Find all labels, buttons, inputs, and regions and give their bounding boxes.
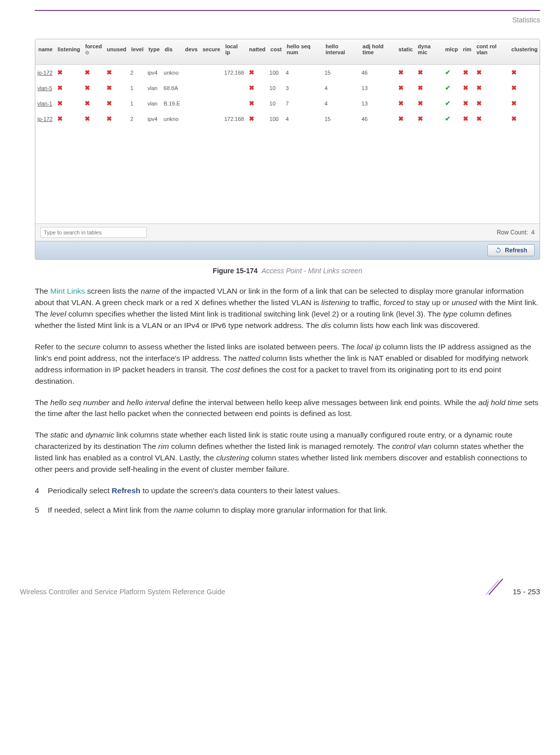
- mint-links-screenshot: name listening forced⊙ unused level type…: [35, 39, 540, 260]
- col-clustering[interactable]: clustering: [508, 39, 540, 65]
- col-secure[interactable]: secure: [200, 39, 222, 65]
- col-level[interactable]: level: [128, 39, 145, 65]
- table-row[interactable]: ip-172✖✖✖2ipv4unkno172.168✖10041546✖✖✔✖✖…: [35, 65, 540, 81]
- figure-caption: Figure 15-174 Access Point - Mint Links …: [35, 267, 540, 275]
- footer-title: Wireless Controller and Service Platform…: [20, 588, 225, 596]
- col-type[interactable]: type: [145, 39, 162, 65]
- x-icon: ✖: [417, 69, 424, 76]
- x-icon: ✖: [417, 100, 424, 107]
- x-icon: ✖: [84, 115, 91, 122]
- col-adj-hold-time[interactable]: adj hold time: [359, 39, 395, 65]
- x-icon: ✖: [84, 69, 91, 76]
- x-icon: ✖: [248, 69, 255, 76]
- col-rim[interactable]: rim: [460, 39, 473, 65]
- x-icon: ✖: [398, 115, 405, 122]
- name-link[interactable]: vlan-5: [35, 80, 55, 96]
- col-static[interactable]: static: [396, 39, 415, 65]
- x-icon: ✖: [248, 84, 255, 92]
- x-icon: ✖: [417, 115, 424, 122]
- x-icon: ✖: [57, 69, 64, 76]
- footer-decoration-icon: [486, 576, 506, 596]
- paragraph-3: The hello seq number and hello interval …: [35, 397, 540, 420]
- page-footer: Wireless Controller and Service Platform…: [20, 576, 540, 596]
- table-row[interactable]: ip-172✖✖✖2ipv4unkno172.168✖10041546✖✖✔✖✖…: [35, 111, 540, 126]
- col-control-vlan[interactable]: cont rol vlan: [473, 39, 508, 65]
- x-icon: ✖: [84, 84, 91, 92]
- check-icon: ✔: [444, 69, 451, 76]
- col-devs[interactable]: devs: [182, 39, 200, 65]
- x-icon: ✖: [475, 69, 482, 76]
- check-icon: ✔: [444, 100, 451, 107]
- paragraph-1: The Mint Links screen lists the name of …: [35, 286, 540, 331]
- col-local-ip[interactable]: local ip: [222, 39, 246, 65]
- x-icon: ✖: [398, 69, 405, 76]
- x-icon: ✖: [475, 100, 482, 107]
- x-icon: ✖: [57, 84, 64, 92]
- x-icon: ✖: [462, 69, 469, 76]
- x-icon: ✖: [84, 100, 91, 107]
- col-listening[interactable]: listening: [55, 39, 82, 65]
- x-icon: ✖: [106, 84, 113, 92]
- x-icon: ✖: [510, 115, 517, 122]
- col-dynamic[interactable]: dyna mic: [415, 39, 442, 65]
- page-number: 15 - 253: [513, 587, 540, 596]
- table-row[interactable]: vlan-1✖✖✖1vlanB.19.E✖107413✖✖✔✖✖✖: [35, 96, 540, 111]
- col-unused[interactable]: unused: [104, 39, 128, 65]
- x-icon: ✖: [398, 84, 405, 92]
- x-icon: ✖: [510, 84, 517, 92]
- step-5: 5 If needed, select a Mint link from the…: [35, 505, 540, 516]
- name-link[interactable]: ip-172: [35, 65, 55, 81]
- col-hello-seq-num[interactable]: hello seq num: [284, 39, 323, 65]
- mint-links-table: name listening forced⊙ unused level type…: [35, 39, 540, 126]
- x-icon: ✖: [462, 100, 469, 107]
- x-icon: ✖: [510, 100, 517, 107]
- x-icon: ✖: [510, 69, 517, 76]
- x-icon: ✖: [398, 100, 405, 107]
- col-hello-interval[interactable]: hello interval: [323, 39, 359, 65]
- col-natted[interactable]: natted: [246, 39, 267, 65]
- row-count: Row Count: 4: [497, 229, 535, 236]
- x-icon: ✖: [248, 100, 255, 107]
- table-row[interactable]: vlan-5✖✖✖1vlan68.8A✖103413✖✖✔✖✖✖: [35, 80, 540, 96]
- x-icon: ✖: [57, 100, 64, 107]
- x-icon: ✖: [475, 84, 482, 92]
- col-name[interactable]: name: [35, 39, 55, 65]
- x-icon: ✖: [106, 115, 113, 122]
- refresh-button[interactable]: Refresh: [487, 244, 535, 256]
- check-icon: ✔: [444, 115, 451, 122]
- col-forced[interactable]: forced⊙: [82, 39, 104, 65]
- search-input[interactable]: [40, 227, 147, 238]
- svg-line-0: [489, 579, 503, 595]
- refresh-icon: [495, 247, 502, 254]
- col-dis[interactable]: dis: [162, 39, 182, 65]
- x-icon: ✖: [417, 84, 424, 92]
- name-link[interactable]: ip-172: [35, 111, 55, 126]
- step-4: 4 Periodically select Refresh to update …: [35, 485, 540, 497]
- x-icon: ✖: [106, 69, 113, 76]
- x-icon: ✖: [462, 115, 469, 122]
- x-icon: ✖: [462, 84, 469, 92]
- col-cost[interactable]: cost: [267, 39, 284, 65]
- col-mlcp[interactable]: mlcp: [442, 39, 460, 65]
- name-link[interactable]: vlan-1: [35, 96, 55, 111]
- section-header: Statistics: [35, 14, 540, 24]
- sort-indicator-icon: ⊙: [85, 50, 89, 55]
- table-header-row: name listening forced⊙ unused level type…: [35, 39, 540, 65]
- svg-line-1: [486, 581, 498, 595]
- paragraph-4: The static and dynamic link columns stat…: [35, 430, 540, 475]
- paragraph-2: Refer to the secure column to assess whe…: [35, 341, 540, 387]
- x-icon: ✖: [475, 115, 482, 122]
- x-icon: ✖: [57, 115, 64, 122]
- x-icon: ✖: [106, 100, 113, 107]
- check-icon: ✔: [444, 84, 451, 92]
- x-icon: ✖: [248, 115, 255, 122]
